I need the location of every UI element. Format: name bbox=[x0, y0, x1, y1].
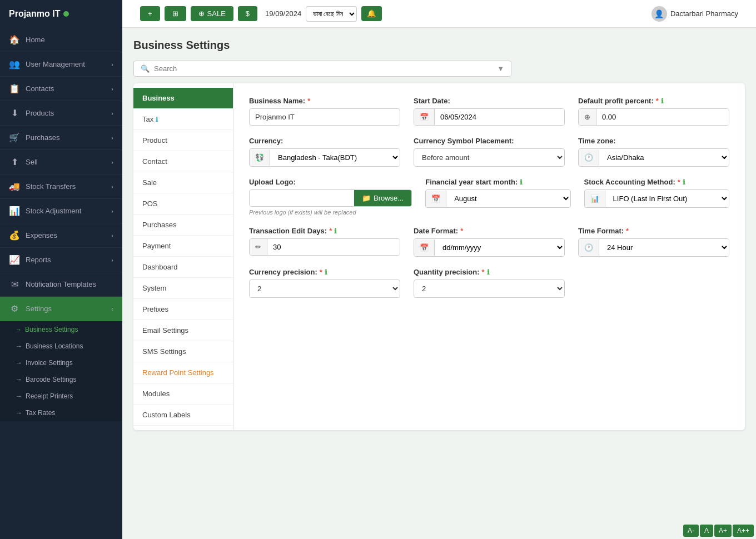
money-button[interactable]: $ bbox=[238, 6, 257, 21]
financial-year-label: Financial year start month: ℹ bbox=[425, 178, 570, 186]
menu-item-dashboard[interactable]: Dashboard bbox=[133, 257, 233, 278]
chevron-right-icon: › bbox=[111, 183, 113, 190]
browse-button[interactable]: 📁 Browse... bbox=[354, 190, 411, 206]
content-area: Business Tax ℹ Product Contact Sale POS … bbox=[133, 83, 745, 430]
search-bar: 🔍 ▼ bbox=[133, 61, 511, 77]
info-icon: ℹ bbox=[334, 227, 337, 235]
form-group-time-format: Time Format:* 🕐 24 Hour 12 Hour bbox=[578, 227, 729, 257]
chevron-right-icon: › bbox=[111, 159, 113, 166]
currency-precision-label: Currency precision:* ℹ bbox=[249, 268, 400, 276]
sidebar-item-stock-transfers[interactable]: 🚚 Stock Transfers › bbox=[0, 174, 122, 199]
form-group-financial-year: Financial year start month: ℹ 📅 JanuaryF… bbox=[425, 178, 570, 216]
currency-icon: 💱 bbox=[250, 149, 270, 166]
currency-precision-select[interactable]: 01234 bbox=[249, 280, 400, 298]
sidebar-item-user-management[interactable]: 👥 User Management › bbox=[0, 52, 122, 77]
currency-symbol-select[interactable]: Before amount After amount bbox=[414, 148, 565, 167]
font-normal-button[interactable]: A bbox=[700, 525, 713, 537]
form-group-business-name: Business Name:* bbox=[249, 97, 400, 126]
add-icon: + bbox=[148, 9, 152, 18]
font-increase-button[interactable]: A+ bbox=[714, 525, 732, 537]
time-format-label: Time Format:* bbox=[578, 227, 729, 235]
business-name-input[interactable] bbox=[249, 108, 400, 126]
sidebar-item-label: Contacts bbox=[26, 84, 54, 93]
sidebar-item-home[interactable]: 🏠 Home bbox=[0, 28, 122, 52]
sidebar-item-contacts[interactable]: 📋 Contacts › bbox=[0, 77, 122, 101]
reports-icon: 📈 bbox=[9, 254, 20, 265]
form-group-quantity-precision: Quantity precision:* ℹ 01234 bbox=[414, 268, 565, 298]
chevron-right-icon: › bbox=[111, 232, 113, 239]
start-date-label: Start Date: bbox=[414, 97, 565, 105]
menu-item-modules[interactable]: Modules bbox=[133, 383, 233, 405]
sidebar-item-barcode-settings[interactable]: → Barcode Settings bbox=[0, 371, 122, 388]
quantity-precision-select[interactable]: 01234 bbox=[414, 280, 565, 298]
menu-item-contact[interactable]: Contact bbox=[133, 151, 233, 172]
date-format-select[interactable]: dd/mm/yyyy mm/dd/yyyy yyyy/mm/dd bbox=[435, 239, 564, 256]
add-button[interactable]: + bbox=[140, 6, 160, 21]
currency-select[interactable]: Bangladesh - Taka(BDT) USD - Dollar EUR … bbox=[270, 149, 400, 166]
default-profit-input[interactable] bbox=[596, 109, 729, 125]
logo-file-input[interactable] bbox=[250, 190, 354, 206]
notification-templates-icon: ✉ bbox=[9, 279, 20, 290]
folder-icon: 📁 bbox=[362, 194, 371, 202]
sidebar: 🏠 Home 👥 User Management › 📋 Contacts › … bbox=[0, 28, 122, 539]
search-icon: 🔍 bbox=[141, 64, 150, 73]
sidebar-item-label: Expenses bbox=[26, 231, 57, 239]
menu-item-tax[interactable]: Tax ℹ bbox=[133, 109, 233, 130]
font-decrease-button[interactable]: A- bbox=[683, 525, 699, 537]
menu-item-email-settings[interactable]: Email Settings bbox=[133, 320, 233, 341]
sidebar-item-label: Stock Adjustment bbox=[26, 207, 81, 215]
menu-item-purchases[interactable]: Purchases bbox=[133, 214, 233, 236]
start-date-input[interactable] bbox=[435, 109, 564, 125]
menu-item-sms-settings[interactable]: SMS Settings bbox=[133, 341, 233, 362]
time-format-select[interactable]: 24 Hour 12 Hour bbox=[599, 239, 729, 256]
topbar-right: + ⊞ ⊕ SALE $ 19/09/2024 ভাষা বেছে নিন 🔔 … bbox=[131, 6, 747, 22]
sidebar-item-sell[interactable]: ⬆ Sell › bbox=[0, 150, 122, 174]
language-select[interactable]: ভাষা বেছে নিন bbox=[306, 6, 357, 22]
menu-item-business[interactable]: Business bbox=[133, 88, 233, 109]
arrow-right-icon: → bbox=[16, 392, 22, 400]
sidebar-item-invoice-settings[interactable]: → Invoice Settings bbox=[0, 355, 122, 371]
sale-button[interactable]: ⊕ SALE bbox=[191, 6, 233, 21]
menu-item-custom-labels[interactable]: Custom Labels bbox=[133, 405, 233, 426]
currency-select-group: 💱 Bangladesh - Taka(BDT) USD - Dollar EU… bbox=[249, 148, 400, 167]
menu-item-system[interactable]: System bbox=[133, 278, 233, 299]
menu-item-reward-point-settings[interactable]: Reward Point Settings bbox=[133, 362, 233, 383]
sidebar-item-notification-templates[interactable]: ✉ Notification Templates bbox=[0, 272, 122, 297]
sidebar-item-receipt-printers[interactable]: → Receipt Printers bbox=[0, 388, 122, 405]
sidebar-item-business-settings[interactable]: → Business Settings bbox=[0, 321, 122, 338]
main-content: Business Settings 🔍 ▼ Business Tax ℹ Pro… bbox=[122, 28, 756, 539]
sidebar-item-reports[interactable]: 📈 Reports › bbox=[0, 248, 122, 272]
menu-item-product[interactable]: Product bbox=[133, 130, 233, 151]
sidebar-item-settings[interactable]: ⚙ Settings ‹ bbox=[0, 297, 122, 321]
menu-item-payment[interactable]: Payment bbox=[133, 236, 233, 257]
sidebar-item-stock-adjustment[interactable]: 📊 Stock Adjustment › bbox=[0, 199, 122, 223]
calc-icon: ⊞ bbox=[172, 9, 178, 18]
sidebar-item-label: Stock Transfers bbox=[26, 182, 76, 191]
menu-item-sale[interactable]: Sale bbox=[133, 172, 233, 193]
menu-item-prefixes[interactable]: Prefixes bbox=[133, 299, 233, 320]
sidebar-item-expenses[interactable]: 💰 Expenses › bbox=[0, 223, 122, 248]
browse-btn-label: Browse... bbox=[374, 194, 404, 202]
sidebar-item-business-locations[interactable]: → Business Locations bbox=[0, 338, 122, 355]
calendar-icon: 📅 bbox=[414, 109, 435, 125]
font-controls: A- A A+ A++ bbox=[681, 522, 756, 539]
upload-logo-label: Upload Logo: bbox=[249, 178, 412, 186]
search-input[interactable] bbox=[154, 64, 493, 73]
stock-method-select[interactable]: LIFO (Last In First Out) FIFO (First In … bbox=[605, 190, 729, 207]
form-row-2: Currency: 💱 Bangladesh - Taka(BDT) USD -… bbox=[249, 137, 729, 167]
font-increase-large-button[interactable]: A++ bbox=[733, 525, 754, 537]
financial-year-select[interactable]: JanuaryFebruaryMarch AprilMayJune JulyAu… bbox=[446, 190, 570, 207]
calc-button[interactable]: ⊞ bbox=[165, 6, 186, 21]
plus-icon: ⊕ bbox=[579, 109, 596, 125]
sidebar-item-purchases[interactable]: 🛒 Purchases › bbox=[0, 126, 122, 150]
form-group-start-date: Start Date: 📅 bbox=[414, 97, 565, 126]
settings-icon: ⚙ bbox=[9, 303, 20, 314]
info-icon: ℹ bbox=[683, 178, 685, 186]
sidebar-item-label: User Management bbox=[26, 60, 85, 68]
timezone-select[interactable]: Asia/Dhaka UTC Asia/Kolkata bbox=[599, 149, 729, 166]
transaction-edit-input[interactable] bbox=[267, 239, 400, 255]
menu-item-pos[interactable]: POS bbox=[133, 193, 233, 214]
sidebar-item-tax-rates[interactable]: → Tax Rates bbox=[0, 405, 122, 421]
notification-button[interactable]: 🔔 bbox=[361, 6, 382, 21]
sidebar-item-products[interactable]: ⬇ Products › bbox=[0, 101, 122, 126]
